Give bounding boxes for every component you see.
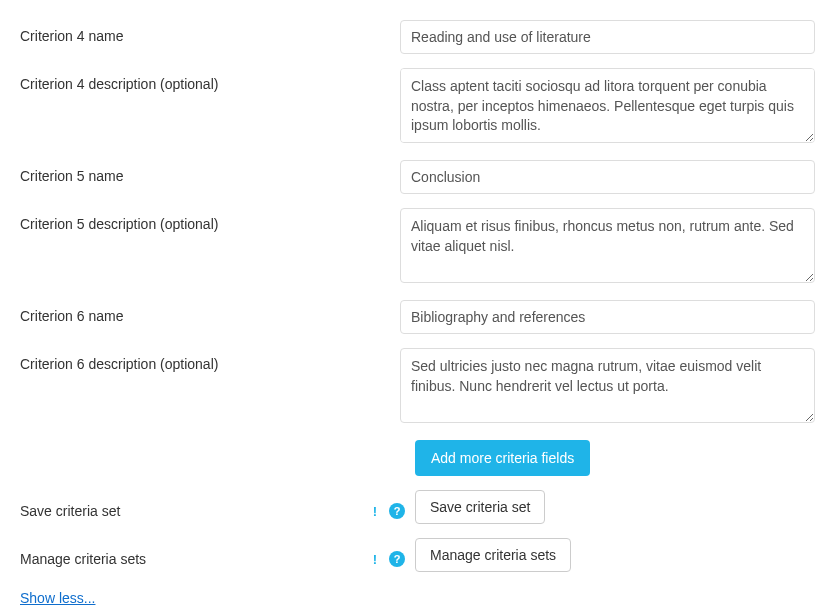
criterion-6-name-label: Criterion 6 name xyxy=(20,300,400,324)
criterion-6-desc-textarea[interactable] xyxy=(400,348,815,423)
add-more-criteria-button[interactable]: Add more criteria fields xyxy=(415,440,590,476)
manage-criteria-sets-label: Manage criteria sets ! ? xyxy=(20,538,415,572)
help-icon[interactable]: ? xyxy=(389,551,405,567)
label-text: Criterion 6 description (optional) xyxy=(20,356,390,372)
criterion-5-name-input[interactable] xyxy=(400,160,815,194)
label-text: Criterion 5 name xyxy=(20,168,390,184)
criterion-6-desc-label: Criterion 6 description (optional) xyxy=(20,348,400,372)
save-criteria-set-label: Save criteria set ! ? xyxy=(20,490,415,524)
manage-criteria-sets-button[interactable]: Manage criteria sets xyxy=(415,538,571,572)
show-less-link[interactable]: Show less... xyxy=(20,590,95,606)
help-icon[interactable]: ? xyxy=(389,503,405,519)
criterion-6-name-input[interactable] xyxy=(400,300,815,334)
label-text: Criterion 6 name xyxy=(20,308,390,324)
save-criteria-set-button[interactable]: Save criteria set xyxy=(415,490,545,524)
label-text: Manage criteria sets xyxy=(20,551,367,567)
criterion-5-desc-textarea[interactable] xyxy=(400,208,815,283)
criterion-4-desc-label: Criterion 4 description (optional) xyxy=(20,68,400,92)
criterion-5-name-label: Criterion 5 name xyxy=(20,160,400,184)
info-icon[interactable]: ! xyxy=(367,503,383,519)
criterion-4-name-label: Criterion 4 name xyxy=(20,20,400,44)
label-text: Criterion 4 description (optional) xyxy=(20,76,390,92)
criterion-5-desc-label: Criterion 5 description (optional) xyxy=(20,208,400,232)
label-text: Save criteria set xyxy=(20,503,367,519)
info-icon[interactable]: ! xyxy=(367,551,383,567)
criterion-4-name-input[interactable] xyxy=(400,20,815,54)
criterion-4-desc-textarea[interactable] xyxy=(400,68,815,143)
label-text: Criterion 5 description (optional) xyxy=(20,216,390,232)
label-text: Criterion 4 name xyxy=(20,28,390,44)
